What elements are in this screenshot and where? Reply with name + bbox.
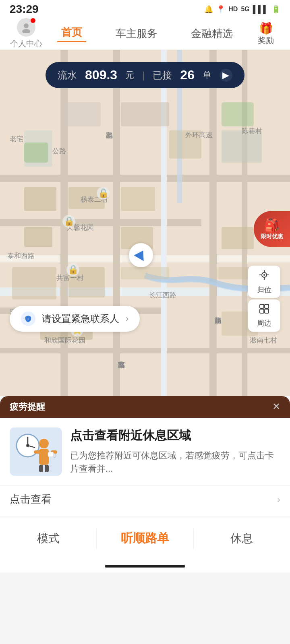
svg-rect-57 (48, 452, 54, 457)
svg-rect-5 (0, 219, 201, 226)
svg-rect-25 (218, 267, 250, 279)
status-icons: 🔔 📍 HD 5G ▌▌▌ 🔋 (204, 5, 280, 14)
emergency-text: 请设置紧急联系人 (42, 312, 119, 325)
map-label-huanhuan: 外环高速 (185, 130, 213, 140)
reward-icon: 🎁 (259, 22, 273, 35)
svg-rect-33 (24, 142, 48, 163)
card-main-title: 点击查看附近休息区域 (70, 427, 280, 444)
notification-icon: 🔔 (204, 5, 213, 14)
map-label-changjiang: 长江西路 (149, 291, 176, 300)
nav-mode[interactable]: 模式 (0, 531, 96, 546)
svg-rect-21 (222, 227, 254, 249)
nav-tabs: 首页 车主服务 金融精选 (44, 25, 250, 42)
location-marker (129, 243, 153, 267)
stats-expand-icon[interactable]: ▶ (220, 69, 232, 82)
svg-rect-53 (34, 450, 40, 454)
map-label-songnan: 淞南七村 (250, 336, 277, 345)
stats-order-unit: 单 (203, 69, 211, 81)
promo-label: 限时优惠 (261, 233, 283, 240)
promo-badge[interactable]: 🎒 限时优惠 (254, 211, 290, 247)
map-label-chenxiang: 陈巷村 (242, 126, 262, 136)
stats-amount: 809.3 (85, 68, 117, 83)
promo-bag-icon: 🎒 (264, 218, 280, 233)
home-bar (105, 565, 185, 568)
shield-icon: + (21, 312, 35, 326)
svg-rect-12 (161, 50, 167, 396)
notification-dot (31, 18, 35, 23)
nav-rest[interactable]: 休息 (194, 531, 290, 546)
card-action[interactable]: 点击查看 › (0, 485, 290, 516)
map-lock-icon-2: 🔒 (62, 215, 75, 228)
svg-rect-44 (260, 309, 264, 313)
fatigue-header: ✕ 疲劳提醒 (0, 396, 290, 418)
svg-rect-29 (60, 102, 101, 126)
card-image (10, 427, 62, 476)
svg-rect-16 (24, 187, 56, 211)
map-label-hexin: 和欣国际花园 (44, 336, 85, 345)
locate-icon (259, 269, 270, 283)
svg-rect-18 (121, 187, 155, 211)
svg-rect-19 (24, 227, 52, 247)
svg-rect-42 (260, 304, 264, 308)
svg-point-0 (24, 23, 29, 28)
bottom-nav: 模式 听顺路单 休息 (0, 516, 290, 560)
map-lock-icon-3: 🔒 (66, 263, 79, 276)
nav-bar: 个人中心 首页 车主服务 金融精选 🎁 奖励 (0, 18, 290, 50)
svg-rect-34 (222, 102, 254, 126)
map-area: 老宅 公路 杨北路 外环高速 杨泰二村 天馨花园 泰和西路 共富一村 长江西路 … (0, 50, 290, 396)
reward-section[interactable]: 🎁 奖励 (250, 22, 282, 46)
svg-rect-52 (39, 449, 49, 465)
card-action-arrow-icon: › (277, 494, 280, 505)
svg-rect-43 (265, 304, 269, 308)
fatigue-card: ✕ 疲劳提醒 (0, 396, 290, 516)
svg-point-51 (39, 439, 49, 448)
tab-home[interactable]: 首页 (57, 25, 86, 42)
status-bar: 23:29 🔔 📍 HD 5G ▌▌▌ 🔋 (0, 0, 290, 18)
profile-section[interactable]: 个人中心 (8, 18, 44, 49)
svg-rect-13 (209, 50, 217, 396)
stats-orders: 26 (180, 68, 195, 83)
svg-rect-11 (113, 50, 120, 396)
home-indicator (0, 560, 290, 572)
svg-rect-24 (121, 267, 169, 279)
svg-rect-30 (121, 102, 169, 126)
tab-owner-service[interactable]: 车主服务 (112, 27, 162, 41)
svg-point-1 (22, 29, 30, 33)
hd-badge: HD (228, 6, 238, 13)
nearby-icon (259, 303, 269, 317)
map-label-road: 公路 (52, 147, 66, 156)
stats-order-label: 已接 (153, 69, 172, 82)
fatigue-title: 疲劳提醒 (10, 402, 45, 412)
locate-button[interactable]: 归位 (248, 266, 280, 298)
battery-icon: 🔋 (271, 5, 280, 14)
map-label-taihe: 泰和西路 (7, 251, 35, 260)
map-lock-icon-1: 🔒 (97, 187, 110, 200)
nearby-button[interactable]: 周边 (248, 299, 280, 332)
svg-point-37 (263, 274, 265, 276)
card-action-label: 点击查看 (10, 492, 52, 506)
svg-rect-22 (12, 267, 56, 299)
card-text-area: 点击查看附近休息区域 已为您推荐附近可休息区域，若感觉疲劳，可点击卡片查看并..… (70, 427, 280, 475)
map-controls: 归位 周边 (248, 266, 280, 332)
status-time: 23:29 (10, 3, 39, 16)
stats-separator: | (142, 70, 145, 81)
nearby-label: 周边 (257, 318, 271, 328)
locate-label: 归位 (257, 285, 271, 295)
nav-listen[interactable]: 听顺路单 (97, 530, 193, 547)
tab-finance[interactable]: 金融精选 (187, 27, 237, 41)
close-button[interactable]: ✕ (272, 401, 280, 412)
location-icon: 📍 (216, 5, 225, 14)
signal-bars: ▌▌▌ (253, 5, 268, 14)
svg-rect-45 (265, 309, 269, 313)
svg-rect-56 (45, 465, 49, 472)
svg-text:+: + (27, 317, 29, 321)
card-content: 点击查看附近休息区域 已为您推荐附近可休息区域，若感觉疲劳，可点击卡片查看并..… (0, 418, 290, 485)
stats-unit: 元 (125, 69, 134, 81)
stats-prefix: 流水 (58, 69, 77, 82)
svg-rect-55 (39, 465, 43, 472)
emergency-banner[interactable]: + 请设置紧急联系人 › (10, 306, 140, 332)
stats-banner[interactable]: 流水 809.3 元 | 已接 26 单 ▶ (46, 62, 244, 88)
signal-5g: 5G (241, 6, 249, 13)
avatar (17, 18, 35, 37)
emergency-arrow-icon: › (126, 314, 128, 324)
